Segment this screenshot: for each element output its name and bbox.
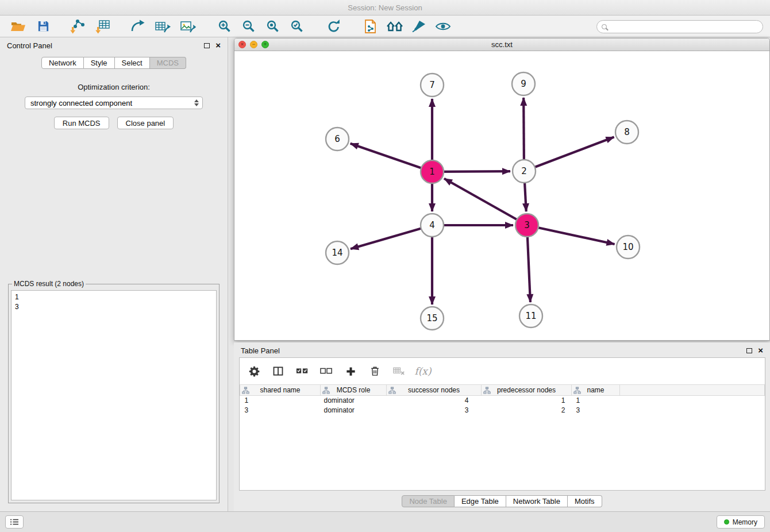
graph-edge-3-1[interactable] [444,179,527,225]
window-titlebar: Session: New Session [0,0,770,16]
graph-node-2[interactable]: 2 [513,160,536,183]
network-file-button[interactable] [360,18,382,35]
memory-button[interactable]: Memory [717,515,765,529]
graph-node-1[interactable]: 1 [421,160,444,183]
zoom-fit-button[interactable] [262,18,284,35]
table-settings-button[interactable] [247,364,261,379]
function-builder-button[interactable]: f(x) [415,364,430,379]
double-home-icon [386,20,403,33]
table-cell: 1 [572,396,620,406]
search-input[interactable] [607,21,763,33]
apply-style-button[interactable] [408,18,430,35]
select-all-button[interactable] [295,364,310,379]
tab-style[interactable]: Style [84,57,115,69]
table-toolbar: f(x) [240,358,765,384]
table-cell: 1 [482,396,572,406]
mcds-result-list[interactable]: 13 [11,290,217,500]
graph-node-15[interactable]: 15 [421,307,444,330]
run-mcds-button[interactable]: Run MCDS [54,117,109,129]
graph-node-4[interactable]: 4 [421,214,444,237]
graph-node-9[interactable]: 9 [512,72,535,95]
graph-edge-1-6[interactable] [351,144,432,172]
table-cell: 3 [387,406,482,415]
minimize-window-button[interactable]: − [250,41,257,48]
table-row[interactable]: 1dominator411 [240,396,765,406]
network-canvas[interactable]: 7968124314101511 [235,52,769,340]
network-view-window: × − + scc.txt 7968124314101511 [234,38,770,341]
delete-table-button[interactable] [391,364,406,379]
node-label: 1 [429,167,435,177]
tab-edge-table[interactable]: Edge Table [455,495,506,507]
status-bar: Memory [0,511,770,532]
tab-motifs[interactable]: Motifs [568,495,602,507]
network-window-titlebar[interactable]: × − + scc.txt [234,38,769,51]
create-column-button[interactable] [343,364,358,379]
column-header-shared-name[interactable]: shared name [240,385,321,396]
graph-node-10[interactable]: 10 [617,236,640,259]
column-header-predecessor-nodes[interactable]: predecessor nodes [482,385,572,396]
export-image-icon [180,19,196,34]
zoom-out-button[interactable] [238,18,260,35]
column-header-MCDS-role[interactable]: MCDS role [321,385,387,396]
graph-node-3[interactable]: 3 [515,214,538,237]
export-network-button[interactable] [126,18,148,35]
import-network-button[interactable] [67,18,88,35]
graph-node-6[interactable]: 6 [326,128,349,151]
close-panel-button-2[interactable]: Close panel [117,117,174,129]
optimization-select[interactable]: strongly connected component [25,97,203,109]
zoom-in-button[interactable] [214,18,236,35]
node-label: 7 [429,80,435,90]
table-cell: 4 [387,396,482,406]
panel-list-button[interactable] [5,515,24,529]
tab-network[interactable]: Network [41,57,84,69]
control-panel: Control Panel × NetworkStyleSelectMCDS O… [0,37,228,511]
close-panel-button[interactable]: × [215,43,221,48]
tab-network-table[interactable]: Network Table [506,495,568,507]
tab-node-table[interactable]: Node Table [402,495,455,507]
zoom-selected-button[interactable] [286,18,308,35]
close-table-panel-button[interactable]: × [758,348,763,353]
open-session-button[interactable] [7,18,29,35]
graph-edge-4-14[interactable] [351,225,432,249]
float-table-panel-button[interactable] [746,348,752,353]
delete-columns-button[interactable] [367,364,382,379]
tab-mcds[interactable]: MCDS [150,57,186,69]
control-panel-title: Control Panel [7,41,52,50]
graph-node-11[interactable]: 11 [519,304,542,327]
graph-node-14[interactable]: 14 [326,241,349,264]
float-panel-button[interactable] [204,43,210,48]
import-table-button[interactable] [92,18,114,35]
first-neighbors-button[interactable] [384,18,406,35]
table-header-row: shared nameMCDS rolesuccessor nodesprede… [240,385,765,396]
show-hide-details-button[interactable] [432,18,454,35]
select-all-icon [295,365,309,377]
table-row[interactable]: 3dominator323 [240,406,765,415]
show-columns-button[interactable] [271,364,286,379]
export-table-button[interactable] [152,18,174,35]
import-table-icon [95,19,110,34]
zoom-out-icon [242,20,256,33]
optimization-label: Optimization criterion: [0,83,228,91]
graph-node-8[interactable]: 8 [615,121,638,144]
close-window-button[interactable]: × [238,41,246,48]
graph-edge-2-8[interactable] [524,137,614,171]
deselect-all-button[interactable] [319,364,334,379]
mcds-result-line: 1 [15,292,213,302]
tab-select[interactable]: Select [115,57,150,69]
maximize-window-button[interactable]: + [261,41,269,48]
node-label: 3 [524,220,530,230]
app-window: Session: New Session [0,0,770,532]
table-cell: 2 [482,406,572,415]
graph-node-7[interactable]: 7 [421,74,444,97]
column-header-successor-nodes[interactable]: successor nodes [387,385,482,396]
column-header-filler [620,385,765,396]
graph-edge-3-10[interactable] [527,225,615,244]
table-cell: 3 [240,406,321,415]
column-type-icon [483,387,491,394]
table-panel-header: Table Panel × [234,342,770,358]
column-header-name[interactable]: name [572,385,620,396]
zoom-fit-icon [266,20,280,33]
export-image-button[interactable] [177,18,199,35]
save-session-button[interactable] [32,18,54,35]
refresh-button[interactable] [323,18,345,35]
